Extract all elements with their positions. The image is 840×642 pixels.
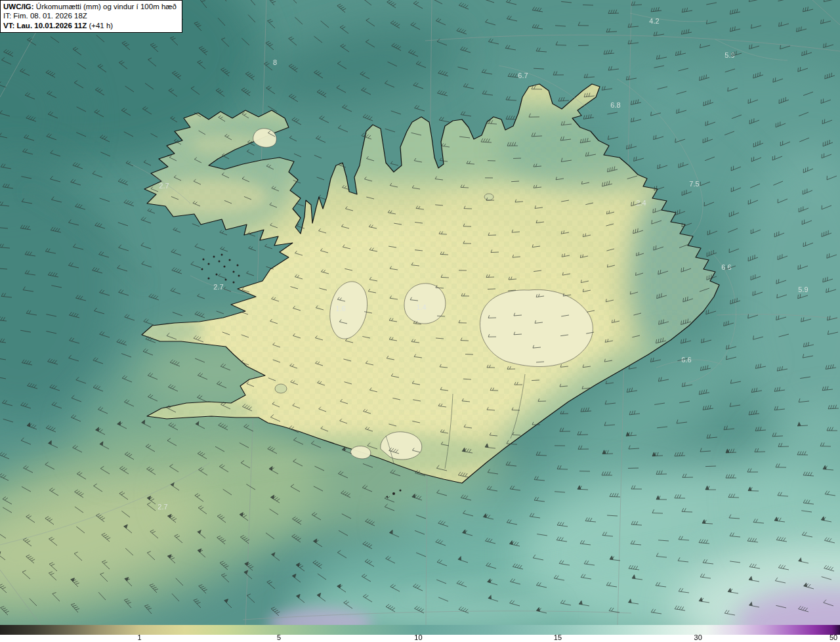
contour-label: 4.2 <box>649 17 659 25</box>
model-label: UWC/IG: <box>3 3 34 11</box>
contour-label: 6.8 <box>610 101 620 109</box>
contour-label: 7.5 <box>689 180 699 188</box>
contour-label: 6.7 <box>518 72 528 79</box>
forecast-offset: (+41 h) <box>89 22 113 30</box>
contour-label: 1.6 <box>335 305 345 312</box>
weather-map-canvas: 4.25.96.76.887.52.42.72.76.65.96.62.71.6… <box>0 0 840 625</box>
contour-label: 6.6 <box>721 263 731 271</box>
contour-label: 5.9 <box>724 51 734 59</box>
contour-label: 1.4 <box>416 303 426 311</box>
precipitation-colorbar: 1510153050 <box>0 625 840 642</box>
colorbar-labels: 1510153050 <box>0 635 840 642</box>
weather-map-page: 4.25.96.76.887.52.42.72.76.65.96.62.71.6… <box>0 0 840 642</box>
contour-label: 2.7 <box>159 182 169 190</box>
colorbar-tick-label: 5 <box>277 634 281 641</box>
init-time: IT: Fim. 08. 01. 2026 18Z <box>3 11 177 20</box>
colorbar-tick-label: 50 <box>830 634 837 641</box>
colorbar-tick-label: 15 <box>554 634 562 641</box>
valid-time: VT: Lau. 10.01.2026 11Z <box>3 22 87 30</box>
contour-label: 8 <box>273 58 277 66</box>
map-title: Úrkomumætti (mm) og vindur í 100m hæð <box>36 3 177 11</box>
colorbar-tick-label: 1 <box>137 634 141 641</box>
map-info-box: UWC/IG: Úrkomumætti (mm) og vindur í 100… <box>0 0 182 33</box>
colorbar-tick-label: 30 <box>694 634 702 641</box>
glacier-drangajokull <box>253 129 276 148</box>
contour-label: 2.7 <box>213 283 223 291</box>
contour-label: 2.7 <box>158 503 167 511</box>
glacier-vatnajokull <box>480 289 593 366</box>
colorbar-tick-label: 10 <box>414 634 422 641</box>
contour-label: 5.9 <box>798 286 808 293</box>
